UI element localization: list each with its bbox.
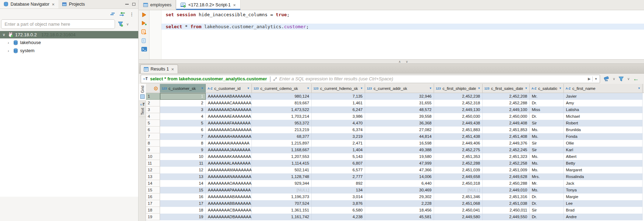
grid-cell[interactable]: 2,452,208: [483, 93, 530, 100]
grid-cell[interactable]: 1,207,553: [252, 153, 312, 160]
grid-cell[interactable]: 30,469: [365, 187, 434, 194]
collapse-all-icon[interactable]: [110, 12, 115, 16]
grid-cell[interactable]: AAAAAAAADAAAAAAA: [206, 106, 252, 113]
grid-cell[interactable]: 1,168,667: [252, 147, 312, 153]
grid-cell[interactable]: 2,449,010: [483, 187, 530, 194]
grid-cell[interactable]: Dr.: [530, 194, 564, 200]
grid-cell[interactable]: 36,368: [365, 120, 434, 127]
grid-cell[interactable]: 11: [160, 160, 206, 167]
grid-cell[interactable]: 2,451,853: [483, 127, 530, 133]
grid-cell[interactable]: Brunilda: [564, 127, 643, 133]
grid-cell[interactable]: 2,451,438: [434, 133, 483, 140]
column-dropdown-icon[interactable]: ▼: [429, 87, 432, 90]
grid-cell[interactable]: 2,449,100: [483, 106, 530, 113]
grid-cell[interactable]: 1,473,522: [252, 106, 312, 113]
filter-funnel-icon[interactable]: [118, 22, 123, 27]
grid-cell[interactable]: 2,777: [312, 173, 365, 180]
grid-cell[interactable]: 2,228: [365, 200, 434, 207]
grid-cell[interactable]: 29,302: [365, 194, 434, 200]
grid-cell[interactable]: 2,449,406: [434, 140, 483, 147]
grid-cell[interactable]: 929,344: [252, 180, 312, 187]
grid-cell[interactable]: 2,451,346: [434, 194, 483, 200]
grid-cell[interactable]: 6,577: [312, 167, 365, 173]
grid-cell[interactable]: 16,598: [365, 140, 434, 147]
grid-cell[interactable]: Albert: [564, 153, 643, 160]
chevron-down-icon[interactable]: ∨: [406, 60, 408, 63]
grid-cell[interactable]: 2,451,068: [434, 200, 483, 207]
row-number[interactable]: 4: [146, 113, 160, 120]
tab-projects[interactable]: Projects: [58, 0, 88, 8]
grid-cell[interactable]: 47,366: [365, 167, 434, 173]
grid-cell[interactable]: 2,452,288: [434, 160, 483, 167]
row-number[interactable]: 7: [146, 133, 160, 140]
grid-cell[interactable]: 3,876: [312, 200, 365, 207]
chevron-down-icon[interactable]: ∨: [613, 77, 615, 81]
grid-cell[interactable]: 2,449,408: [483, 120, 530, 127]
grid-cell[interactable]: AAAAAAAANAAAAAAA: [206, 173, 252, 180]
grid-cell[interactable]: 2,450,041: [434, 207, 483, 214]
column-header-c_first_shipto_date_sk[interactable]: 123c_first_shipto_date_sk▼: [434, 84, 483, 93]
grid-cell[interactable]: 10: [160, 153, 206, 160]
grid-cell[interactable]: 1,215,897: [252, 140, 312, 147]
sql-line-1[interactable]: set session hide_inaccessible_columns = …: [161, 12, 644, 18]
row-number[interactable]: 2: [146, 100, 160, 106]
grid-cell[interactable]: Andre: [564, 214, 643, 220]
grid-cell[interactable]: 8: [160, 140, 206, 147]
grid-cell[interactable]: 27,082: [365, 127, 434, 133]
row-number[interactable]: 9: [146, 147, 160, 153]
grid-cell[interactable]: 17: [160, 200, 206, 207]
grid-cell[interactable]: Ms.: [530, 160, 564, 167]
grid-cell[interactable]: 6,580: [312, 207, 365, 214]
row-number[interactable]: 16: [146, 194, 160, 200]
grid-cell[interactable]: AAAAAAAACAAAAAAA: [206, 100, 252, 106]
grid-cell[interactable]: Tonya: [564, 187, 643, 194]
filters-funnel-icon[interactable]: [618, 76, 624, 81]
grid-corner-cell[interactable]: [146, 84, 160, 93]
grid-cell[interactable]: 13: [160, 173, 206, 180]
grid-cell[interactable]: 2,452,238: [434, 93, 483, 100]
grid-cell[interactable]: 49,388: [365, 147, 434, 153]
grid-cell[interactable]: AAAAAAAAEAAAAAAA: [206, 113, 252, 120]
grid-cell[interactable]: Mrs.: [530, 173, 564, 180]
grid-cell[interactable]: 16: [160, 194, 206, 200]
grid-cell[interactable]: AAAAAAAADBAAAAAA: [206, 214, 252, 220]
grid-cell[interactable]: 6,374: [312, 127, 365, 133]
grid-cell[interactable]: Ollie: [564, 140, 643, 147]
grid-cell[interactable]: 2,450,288: [483, 180, 530, 187]
tree-item-system[interactable]: › system: [0, 47, 138, 55]
sql-console-icon[interactable]: [141, 47, 147, 51]
row-number[interactable]: 6: [146, 127, 160, 133]
editor-results-splitter[interactable]: ∧∨: [139, 59, 644, 64]
grid-cell[interactable]: 2,451,408: [483, 133, 530, 140]
grid-cell[interactable]: Sir: [530, 207, 564, 214]
grid-cell[interactable]: Lee: [564, 200, 643, 207]
grid-cell[interactable]: Javier: [564, 93, 643, 100]
grid-cell[interactable]: 6,440: [365, 180, 434, 187]
column-header-c_customer_id[interactable]: A-Zc_customer_id▼: [206, 84, 252, 93]
grid-cell[interactable]: 2,449,550: [483, 214, 530, 220]
grid-cell[interactable]: Michael: [564, 113, 643, 120]
explain-plan-icon[interactable]: [141, 38, 147, 43]
filter-expression-input[interactable]: ‹›T select * from lakehouse.customer_ana…: [141, 75, 600, 83]
row-number[interactable]: 12: [146, 167, 160, 173]
chevron-collapsed-icon[interactable]: ›: [8, 41, 11, 45]
grid-cell[interactable]: 2,451,353: [434, 153, 483, 160]
row-number[interactable]: 11: [146, 160, 160, 167]
grid-cell[interactable]: 9: [160, 147, 206, 153]
grid-cell[interactable]: 1,404: [312, 147, 365, 153]
grid-cell[interactable]: Ms.: [530, 167, 564, 173]
grid-cell[interactable]: 2,452,258: [483, 160, 530, 167]
row-number[interactable]: 1: [146, 93, 160, 100]
grid-cell[interactable]: 7,135: [312, 93, 365, 100]
grid-cell[interactable]: 2,451,038: [483, 200, 530, 207]
back-navigation-icon[interactable]: ←: [633, 76, 639, 82]
grid-cell[interactable]: 502,141: [252, 167, 312, 173]
grid-cell[interactable]: 819,667: [252, 100, 312, 106]
chevron-down-icon[interactable]: ∨: [627, 77, 630, 81]
grid-cell[interactable]: 2,452,245: [483, 147, 530, 153]
close-icon[interactable]: ×: [233, 3, 236, 7]
grid-cell[interactable]: Sir: [530, 140, 564, 147]
grid-cell[interactable]: 2,449,628: [483, 173, 530, 180]
grid-cell[interactable]: 2,451,009: [483, 167, 530, 173]
grid-cell[interactable]: AAAAAAAAJAAAAAAA: [206, 147, 252, 153]
